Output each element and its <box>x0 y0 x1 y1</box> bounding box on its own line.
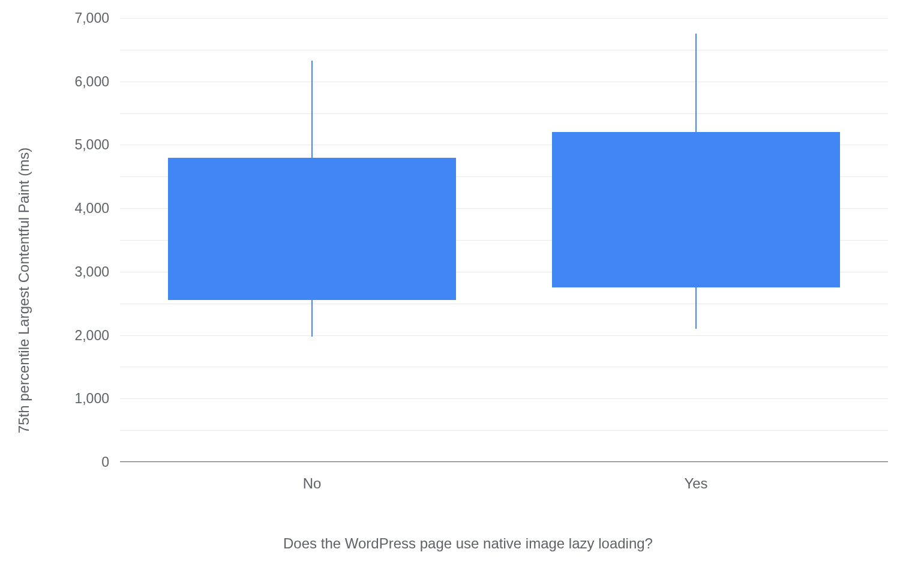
y-tick-label: 2,000 <box>74 327 109 343</box>
y-axis-label: 75th percentile Largest Contentful Paint… <box>16 148 32 433</box>
x-axis-label: Does the WordPress page use native image… <box>283 535 653 552</box>
y-tick-label: 5,000 <box>74 137 109 153</box>
y-tick-label: 3,000 <box>74 263 109 280</box>
x-tick-label: Yes <box>684 475 707 492</box>
x-tick-label: No <box>303 475 322 492</box>
box <box>168 158 456 301</box>
y-tick-label: 4,000 <box>74 200 109 217</box>
plot-area: 01,0002,0003,0004,0005,0006,0007,000 NoY… <box>120 18 888 462</box>
y-tick-label: 6,000 <box>74 73 109 89</box>
box-group <box>168 18 456 462</box>
box <box>552 132 840 287</box>
y-tick-label: 0 <box>101 454 109 470</box>
chart-container: 75th percentile Largest Contentful Paint… <box>30 12 906 552</box>
gridline <box>120 462 888 463</box>
y-tick-label: 1,000 <box>74 391 109 407</box>
box-group <box>552 18 840 462</box>
y-tick-label: 7,000 <box>74 10 109 26</box>
